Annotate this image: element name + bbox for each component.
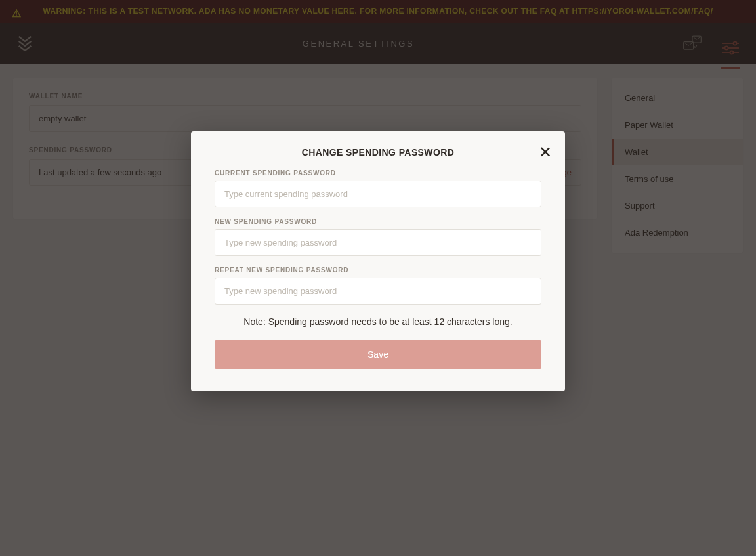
password-note: Note: Spending password needs to be at l… (215, 316, 541, 327)
change-password-modal: CHANGE SPENDING PASSWORD ✕ CURRENT SPEND… (191, 131, 565, 391)
modal-title: CHANGE SPENDING PASSWORD (215, 147, 541, 158)
current-password-field: CURRENT SPENDING PASSWORD (215, 169, 541, 207)
modal-overlay[interactable]: CHANGE SPENDING PASSWORD ✕ CURRENT SPEND… (0, 0, 756, 556)
repeat-password-input[interactable] (215, 278, 541, 305)
current-password-input[interactable] (215, 181, 541, 207)
new-password-input[interactable] (215, 229, 541, 256)
repeat-password-field: REPEAT NEW SPENDING PASSWORD (215, 267, 541, 305)
new-password-field: NEW SPENDING PASSWORD (215, 218, 541, 256)
current-password-label: CURRENT SPENDING PASSWORD (215, 169, 541, 177)
save-button[interactable]: Save (215, 340, 541, 369)
new-password-label: NEW SPENDING PASSWORD (215, 218, 541, 225)
close-icon[interactable]: ✕ (539, 144, 552, 160)
repeat-password-label: REPEAT NEW SPENDING PASSWORD (215, 267, 541, 274)
